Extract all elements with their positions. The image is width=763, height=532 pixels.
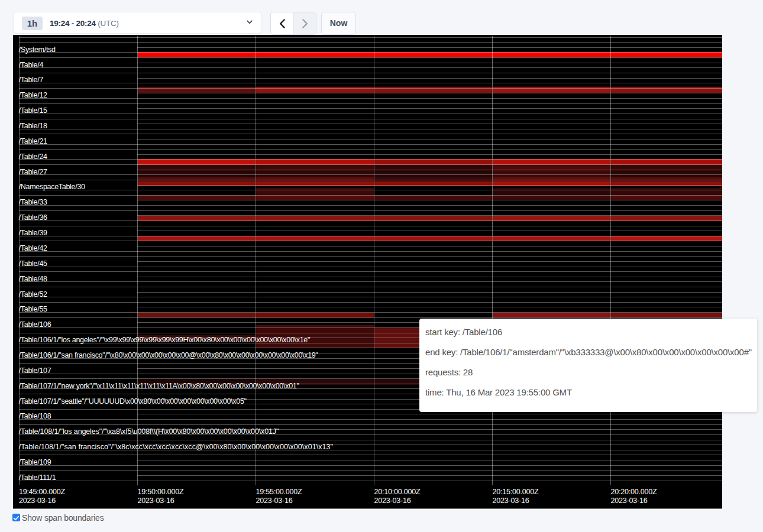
svg-text:/Table/48: /Table/48 — [18, 275, 47, 283]
svg-text:/Table/108: /Table/108 — [18, 412, 51, 420]
svg-text:/Table/106/1/"san francisco"/": /Table/106/1/"san francisco"/"\x80\x00\x… — [18, 351, 318, 359]
svg-text:/Table/24: /Table/24 — [18, 153, 47, 161]
svg-text:/Table/108/1/"san francisco"/": /Table/108/1/"san francisco"/"\x8c\xcc\x… — [18, 443, 332, 451]
svg-text:/Table/42: /Table/42 — [18, 244, 47, 252]
svg-text:/Table/39: /Table/39 — [18, 229, 47, 237]
svg-text:19:45:00.000Z: 19:45:00.000Z — [19, 488, 66, 496]
svg-text:/Table/36: /Table/36 — [18, 213, 47, 222]
svg-text:19:50:00.000Z: 19:50:00.000Z — [137, 488, 184, 496]
svg-text:/Table/12: /Table/12 — [18, 91, 47, 99]
svg-text:20:10:00.000Z: 20:10:00.000Z — [374, 488, 421, 496]
svg-text:/Table/55: /Table/55 — [18, 305, 47, 313]
svg-text:/Table/21: /Table/21 — [18, 137, 47, 145]
svg-text:/Table/109: /Table/109 — [18, 458, 51, 466]
svg-text:/Table/33: /Table/33 — [18, 198, 47, 206]
svg-text:20:20:00.000Z: 20:20:00.000Z — [610, 488, 657, 496]
svg-text:19:55:00.000Z: 19:55:00.000Z — [256, 488, 302, 496]
svg-text:/System/tsd: /System/tsd — [18, 46, 55, 54]
svg-text:2023-03-16: 2023-03-16 — [19, 497, 56, 505]
svg-text:2023-03-16: 2023-03-16 — [256, 497, 292, 505]
svg-text:/Table/106/1/"los angeles"/"\x: /Table/106/1/"los angeles"/"\x99\x99\x99… — [18, 336, 309, 344]
svg-text:/Table/18: /Table/18 — [18, 122, 47, 130]
svg-text:/Table/4: /Table/4 — [18, 61, 43, 69]
svg-text:/Table/111/1: /Table/111/1 — [18, 473, 56, 482]
svg-text:/Table/27: /Table/27 — [18, 168, 47, 176]
svg-text:/Table/107: /Table/107 — [18, 366, 51, 375]
svg-text:/Table/108/1/"los angeles"/"\x: /Table/108/1/"los angeles"/"\xa8\xf5\u00… — [18, 427, 279, 436]
svg-text:/Table/52: /Table/52 — [18, 290, 47, 299]
svg-text:2023-03-16: 2023-03-16 — [374, 497, 410, 505]
svg-text:2023-03-16: 2023-03-16 — [137, 497, 174, 505]
svg-text:/Table/45: /Table/45 — [18, 259, 47, 268]
svg-text:/Table/7: /Table/7 — [18, 76, 43, 84]
svg-text:/Table/107/1/"seattle"/"UUUUUU: /Table/107/1/"seattle"/"UUUUUUD\x00\x80\… — [18, 397, 246, 406]
svg-text:/Table/107/1/"new york"/"\x11\: /Table/107/1/"new york"/"\x11\x11\x11\x1… — [18, 382, 299, 390]
svg-text:2023-03-16: 2023-03-16 — [610, 497, 647, 505]
svg-text:/Table/106: /Table/106 — [18, 320, 51, 329]
svg-text:/NamespaceTable/30: /NamespaceTable/30 — [18, 183, 85, 191]
svg-text:2023-03-16: 2023-03-16 — [492, 497, 529, 505]
svg-text:/Table/15: /Table/15 — [18, 106, 47, 115]
svg-text:20:15:00.000Z: 20:15:00.000Z — [492, 488, 539, 496]
